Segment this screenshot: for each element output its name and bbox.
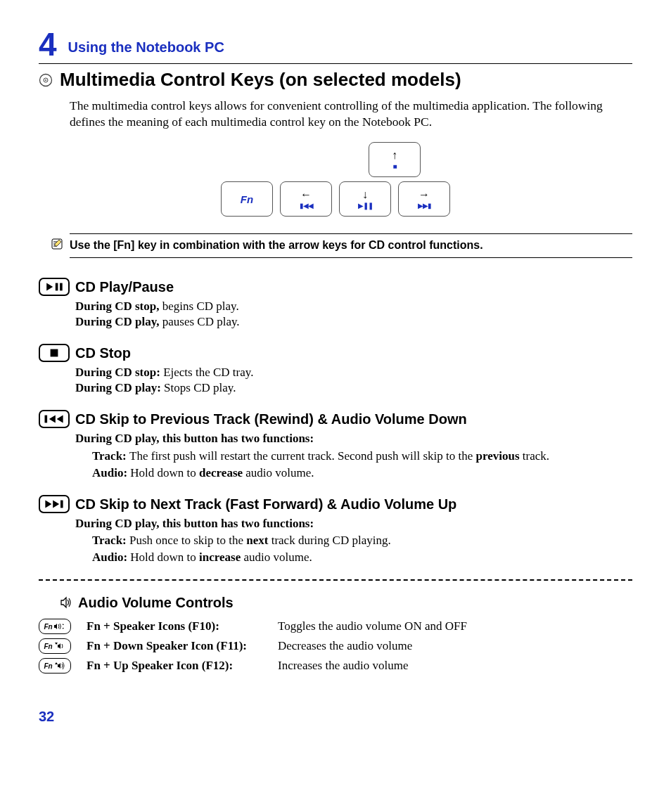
section-play-pause: CD Play/Pause During CD stop, begins CD … (39, 278, 632, 330)
svg-marker-19 (55, 643, 58, 645)
page-number: 32 (39, 707, 632, 726)
page-title: Multimedia Control Keys (on selected mod… (60, 68, 461, 92)
svg-rect-7 (51, 349, 58, 357)
left-arrow-key: ← ▮◀◀ (280, 181, 332, 217)
svg-rect-13 (60, 500, 63, 508)
main-heading-row: Multimedia Control Keys (on selected mod… (39, 63, 632, 92)
up-arrow-key: ↑ ■ (369, 142, 421, 177)
fn-f11-icon: Fn (39, 638, 71, 654)
right-arrow-key: → ▶▶▮ (398, 181, 450, 217)
arrow-down-icon: ↓ (362, 189, 368, 200)
intro-paragraph: The multimedia control keys allows for c… (70, 98, 632, 130)
fn-key-label: Fn (241, 193, 253, 207)
volume-label: Fn + Down Speaker Icon (F11): (87, 638, 262, 654)
volume-table: Fn Fn + Speaker Icons (F10): Toggles the… (39, 619, 632, 674)
arrow-left-icon: ← (300, 189, 312, 200)
section-track: Track: Push once to skip to the next tra… (92, 533, 632, 548)
svg-marker-17 (63, 624, 64, 625)
chapter-header: 4 Using the Notebook PC (39, 28, 632, 60)
section-body: During CD stop: Ejects the CD tray. Duri… (75, 365, 632, 396)
section-heading: CD Stop (75, 344, 131, 362)
volume-desc: Increases the audio volume (278, 658, 409, 674)
svg-rect-6 (60, 283, 63, 291)
svg-marker-4 (46, 283, 53, 291)
chapter-number: 4 (39, 28, 57, 60)
play-pause-button-icon (39, 278, 70, 296)
audio-heading-row: Audio Volume Controls (60, 593, 632, 612)
prev-button-icon (39, 410, 70, 428)
skip-prev-icon: ▮◀◀ (300, 202, 313, 210)
svg-marker-14 (61, 598, 66, 607)
svg-marker-18 (63, 628, 64, 629)
svg-marker-22 (58, 663, 60, 669)
svg-marker-21 (55, 662, 58, 664)
next-button-icon (39, 495, 70, 513)
fn-f12-icon: Fn (39, 658, 71, 674)
fn-key: Fn (221, 181, 273, 217)
volume-row: Fn Fn + Up Speaker Icon (F12): Increases… (39, 658, 632, 674)
arrow-up-icon: ↑ (392, 150, 397, 161)
svg-marker-10 (57, 415, 63, 423)
key-diagram: Fn ↑ ■ ← ▮◀◀ ↓ ▶❚❚ → ▶▶▮ (39, 142, 632, 217)
section-sub: During CD play, this button has two func… (75, 431, 632, 446)
chapter-title: Using the Notebook PC (68, 38, 224, 60)
section-heading: CD Skip to Previous Track (Rewind) & Aud… (75, 410, 467, 428)
svg-marker-16 (61, 625, 63, 628)
svg-marker-20 (58, 643, 60, 649)
down-arrow-key: ↓ ▶❚❚ (339, 181, 391, 217)
section-audio: Audio: Hold down to increase audio volum… (92, 550, 632, 565)
volume-label: Fn + Speaker Icons (F10): (87, 619, 262, 634)
arrow-right-icon: → (418, 189, 430, 200)
audio-heading: Audio Volume Controls (78, 593, 234, 612)
stop-button-icon (39, 344, 70, 362)
note-icon (51, 238, 63, 250)
svg-point-2 (45, 79, 46, 81)
svg-marker-9 (49, 415, 56, 423)
section-stop: CD Stop During CD stop: Ejects the CD tr… (39, 344, 632, 396)
section-body: During CD stop, begins CD play. During C… (75, 299, 632, 330)
section-heading: CD Play/Pause (75, 278, 174, 296)
section-audio: Audio: Hold down to decrease audio volum… (92, 465, 632, 481)
volume-label: Fn + Up Speaker Icon (F12): (87, 658, 262, 674)
section-next: CD Skip to Next Track (Fast Forward) & A… (39, 495, 632, 565)
note-text: Use the [Fn] key in combination with the… (70, 239, 483, 251)
fn-f10-icon: Fn (39, 619, 71, 634)
skip-next-icon: ▶▶▮ (418, 202, 431, 210)
stop-icon: ■ (392, 163, 396, 170)
dashed-divider (39, 579, 632, 581)
volume-row: Fn Fn + Down Speaker Icon (F11): Decreas… (39, 638, 632, 654)
svg-rect-5 (56, 283, 58, 291)
volume-desc: Toggles the audio volume ON and OFF (278, 619, 467, 634)
svg-marker-12 (53, 500, 59, 508)
note-block: Use the [Fn] key in combination with the… (70, 233, 632, 258)
svg-marker-11 (45, 500, 51, 508)
speaker-icon (60, 596, 72, 609)
section-prev: CD Skip to Previous Track (Rewind) & Aud… (39, 410, 632, 480)
volume-row: Fn Fn + Speaker Icons (F10): Toggles the… (39, 619, 632, 634)
section-heading: CD Skip to Next Track (Fast Forward) & A… (75, 495, 456, 513)
volume-desc: Decreases the audio volume (278, 638, 412, 654)
svg-marker-15 (54, 624, 57, 629)
play-pause-icon: ▶❚❚ (358, 202, 373, 210)
section-track: Track: The first push will restart the c… (92, 449, 632, 464)
svg-rect-8 (45, 415, 48, 423)
disc-icon (39, 73, 53, 87)
section-sub: During CD play, this button has two func… (75, 516, 632, 531)
